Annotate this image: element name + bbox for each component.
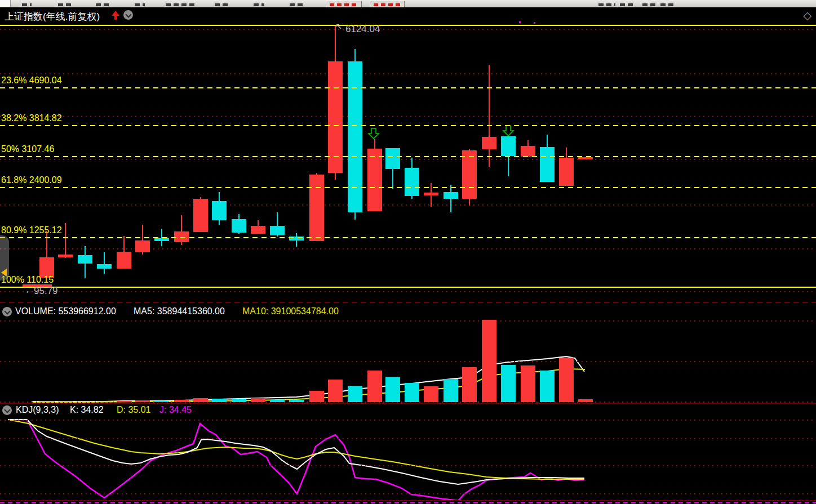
volume-bar	[501, 365, 516, 402]
fib-label: 100% 110.15	[1, 275, 54, 285]
menu-item-fragment[interactable]	[215, 3, 228, 6]
low-price-label: 95.79	[34, 286, 58, 297]
candle	[482, 137, 496, 149]
volume-gridline	[0, 361, 816, 362]
kdj-name: KDJ(9,3,3)	[16, 405, 59, 415]
volume-bar	[385, 377, 400, 402]
volume-bar	[348, 386, 362, 402]
candle	[444, 192, 458, 199]
candle	[135, 240, 150, 252]
menu-item-fragment[interactable]	[58, 3, 71, 6]
chart-title-bar: 上证指数(年线.前复权) ◇	[0, 7, 816, 23]
kdj-gridline	[0, 420, 816, 421]
candle	[348, 61, 362, 212]
candle	[540, 147, 555, 182]
menu-item-fragment[interactable]	[166, 3, 194, 6]
menu-item-fragment[interactable]	[254, 3, 264, 6]
peak-price-label: 6124.04	[345, 24, 380, 35]
candle	[501, 136, 516, 156]
low-pointer-icon: ←	[25, 286, 33, 295]
candle	[78, 255, 92, 264]
volume-bar	[328, 380, 343, 402]
menu-item-fragment[interactable]	[96, 3, 109, 6]
candle	[154, 238, 169, 241]
fib-line	[0, 87, 816, 88]
fib-line	[0, 187, 816, 188]
volume-bar	[78, 402, 92, 402]
menu-item-fragment[interactable]	[135, 3, 145, 6]
candle	[270, 226, 285, 235]
main-gridline	[0, 29, 816, 30]
volume-bar	[232, 399, 246, 402]
kdj-k-value: K: 34.82	[70, 405, 104, 415]
main-volume-separator[interactable]	[0, 302, 816, 303]
fib-line	[0, 125, 816, 126]
candle-wick	[489, 65, 490, 167]
kdj-panel[interactable]	[0, 404, 816, 504]
volume-bar	[578, 399, 593, 402]
kdj-bottom-separator	[0, 500, 816, 501]
volume-bar	[270, 400, 285, 402]
volume-bar	[444, 379, 458, 402]
main-gridline	[0, 291, 816, 292]
candle	[424, 193, 438, 195]
chart-title: 上证指数(年线.前复权)	[5, 10, 100, 23]
menu-item-fragment[interactable]	[598, 3, 615, 6]
menu-item-fragment[interactable]	[22, 3, 32, 6]
volume-bar	[174, 400, 189, 402]
main-gridline	[0, 159, 816, 160]
fib-line	[0, 287, 816, 288]
volume-bar	[97, 402, 112, 402]
candle	[117, 252, 131, 269]
diamond-icon[interactable]: ◇	[803, 9, 811, 22]
main-gridline	[0, 73, 816, 74]
candle	[58, 255, 73, 257]
menu-bar[interactable]	[0, 0, 816, 8]
volume-ma10-value: MA10: 39100534784.00	[242, 306, 339, 316]
volume-collapse-icon[interactable]	[2, 307, 12, 316]
kdj-collapse-icon[interactable]	[2, 405, 12, 415]
volume-ma5-value: MA5: 35894415360.00	[134, 306, 225, 316]
volume-bar	[154, 401, 169, 402]
fib-line	[0, 237, 816, 238]
volume-bar	[540, 371, 555, 402]
candle-wick	[65, 223, 66, 258]
candle	[367, 149, 382, 211]
title-chevron-down-icon[interactable]	[123, 10, 133, 20]
trading-app-window: 上证指数(年线.前复权) ◇ 23.6% 4690.0438.2% 3814.8…	[0, 0, 816, 504]
menu-logo-box	[0, 0, 11, 7]
fib-line	[0, 25, 816, 26]
menu-item-fragment[interactable]	[290, 3, 303, 6]
volume-bar	[367, 371, 382, 402]
volume-kdj-separator[interactable]	[0, 403, 816, 404]
volume-bar	[559, 358, 574, 402]
candle	[559, 158, 574, 186]
menu-item-fragment[interactable]	[660, 3, 676, 6]
volume-bar	[58, 402, 73, 402]
main-gridline	[0, 248, 816, 249]
menu-item-fragment[interactable]	[620, 3, 634, 6]
candle	[462, 150, 477, 199]
magenta-mark	[534, 22, 535, 24]
price-up-arrow-shaft	[114, 15, 117, 20]
volume-bar	[212, 399, 227, 402]
volume-bar	[193, 398, 208, 402]
volume-bar	[39, 402, 54, 402]
candle-wick	[104, 252, 105, 274]
fib-label: 61.8% 2400.09	[1, 175, 62, 185]
volume-bar	[289, 400, 304, 402]
fib-label: 38.2% 3814.82	[1, 113, 62, 123]
peak-pointer-icon: ↖	[335, 21, 343, 32]
candle	[97, 264, 112, 269]
magenta-mark	[519, 21, 521, 23]
fib-label: 50% 3107.46	[1, 144, 54, 154]
candle	[251, 226, 265, 234]
menu-item-fragment[interactable]	[642, 3, 658, 6]
volume-bar	[309, 391, 324, 402]
candle	[212, 201, 227, 220]
candle	[309, 175, 324, 241]
kdj-gridline	[0, 438, 816, 439]
main-gridline	[0, 204, 816, 206]
kdj-gridline	[0, 493, 816, 494]
volume-bar	[405, 383, 419, 402]
